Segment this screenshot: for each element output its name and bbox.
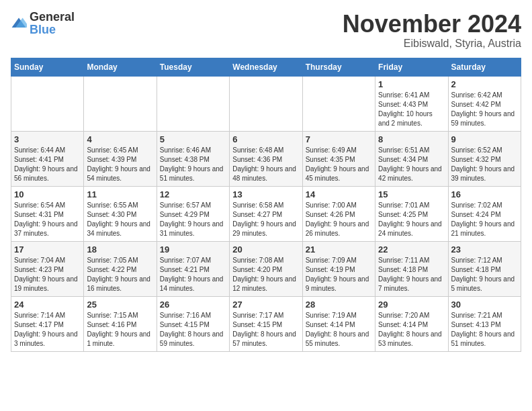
day-info: Sunrise: 6:57 AM Sunset: 4:29 PM Dayligh…	[160, 201, 226, 238]
day-info: Sunrise: 7:12 AM Sunset: 4:18 PM Dayligh…	[451, 256, 518, 293]
day-cell: 13Sunrise: 6:58 AM Sunset: 4:27 PM Dayli…	[230, 186, 302, 241]
day-number: 2	[451, 79, 518, 89]
day-cell: 8Sunrise: 6:51 AM Sunset: 4:34 PM Daylig…	[375, 131, 448, 186]
day-cell: 30Sunrise: 7:21 AM Sunset: 4:13 PM Dayli…	[448, 296, 521, 351]
location-title: Eibiswald, Styria, Austria	[343, 38, 521, 50]
day-cell: 25Sunrise: 7:15 AM Sunset: 4:16 PM Dayli…	[84, 296, 157, 351]
day-info: Sunrise: 7:15 AM Sunset: 4:16 PM Dayligh…	[87, 311, 153, 349]
day-cell: 23Sunrise: 7:12 AM Sunset: 4:18 PM Dayli…	[448, 241, 521, 296]
logo: General Blue	[11, 11, 75, 36]
day-number: 13	[232, 189, 299, 199]
day-info: Sunrise: 7:05 AM Sunset: 4:22 PM Dayligh…	[87, 256, 153, 293]
day-cell: 19Sunrise: 7:07 AM Sunset: 4:21 PM Dayli…	[157, 241, 229, 296]
day-cell: 22Sunrise: 7:11 AM Sunset: 4:18 PM Dayli…	[375, 241, 448, 296]
day-info: Sunrise: 6:41 AM Sunset: 4:43 PM Dayligh…	[378, 91, 445, 128]
logo-icon	[11, 17, 27, 30]
week-row-3: 17Sunrise: 7:04 AM Sunset: 4:23 PM Dayli…	[11, 241, 521, 296]
logo-blue: Blue	[30, 23, 56, 36]
day-number: 6	[232, 134, 299, 144]
day-number: 28	[306, 300, 372, 310]
title-area: November 2024 Eibiswald, Styria, Austria	[343, 11, 521, 50]
day-info: Sunrise: 6:42 AM Sunset: 4:42 PM Dayligh…	[451, 91, 518, 128]
day-number: 16	[451, 189, 518, 199]
day-info: Sunrise: 6:54 AM Sunset: 4:31 PM Dayligh…	[14, 201, 81, 238]
day-number: 15	[378, 189, 445, 199]
day-number: 29	[378, 300, 445, 310]
day-number: 10	[14, 189, 81, 199]
day-cell: 1Sunrise: 6:41 AM Sunset: 4:43 PM Daylig…	[375, 76, 448, 131]
day-info: Sunrise: 7:04 AM Sunset: 4:23 PM Dayligh…	[14, 256, 81, 293]
day-info: Sunrise: 7:00 AM Sunset: 4:26 PM Dayligh…	[306, 201, 372, 238]
day-info: Sunrise: 6:49 AM Sunset: 4:35 PM Dayligh…	[306, 146, 372, 183]
day-info: Sunrise: 7:17 AM Sunset: 4:15 PM Dayligh…	[232, 311, 299, 349]
day-cell	[11, 76, 84, 131]
week-row-4: 24Sunrise: 7:14 AM Sunset: 4:17 PM Dayli…	[11, 296, 521, 351]
calendar-body: 1Sunrise: 6:41 AM Sunset: 4:43 PM Daylig…	[11, 76, 521, 351]
month-title: November 2024	[343, 11, 521, 38]
day-number: 4	[87, 134, 153, 144]
header: General Blue November 2024 Eibiswald, St…	[11, 11, 521, 50]
day-info: Sunrise: 7:11 AM Sunset: 4:18 PM Dayligh…	[378, 256, 445, 293]
day-cell: 17Sunrise: 7:04 AM Sunset: 4:23 PM Dayli…	[11, 241, 84, 296]
logo-general: General	[30, 10, 75, 24]
header-row: SundayMondayTuesdayWednesdayThursdayFrid…	[11, 58, 521, 76]
header-cell-monday: Monday	[84, 58, 157, 76]
day-cell: 3Sunrise: 6:44 AM Sunset: 4:41 PM Daylig…	[11, 131, 84, 186]
day-info: Sunrise: 7:08 AM Sunset: 4:20 PM Dayligh…	[232, 256, 299, 293]
day-number: 21	[306, 244, 372, 255]
week-row-2: 10Sunrise: 6:54 AM Sunset: 4:31 PM Dayli…	[11, 186, 521, 241]
calendar-header: SundayMondayTuesdayWednesdayThursdayFrid…	[11, 58, 521, 76]
day-number: 5	[160, 134, 226, 144]
day-number: 25	[87, 300, 153, 310]
day-info: Sunrise: 7:02 AM Sunset: 4:24 PM Dayligh…	[451, 201, 518, 238]
day-number: 22	[378, 244, 445, 255]
day-info: Sunrise: 7:20 AM Sunset: 4:14 PM Dayligh…	[378, 311, 445, 349]
header-cell-friday: Friday	[375, 58, 448, 76]
day-cell: 9Sunrise: 6:52 AM Sunset: 4:32 PM Daylig…	[448, 131, 521, 186]
day-cell: 21Sunrise: 7:09 AM Sunset: 4:19 PM Dayli…	[302, 241, 375, 296]
day-cell: 2Sunrise: 6:42 AM Sunset: 4:42 PM Daylig…	[448, 76, 521, 131]
day-cell: 27Sunrise: 7:17 AM Sunset: 4:15 PM Dayli…	[230, 296, 302, 351]
day-number: 3	[14, 134, 81, 144]
day-info: Sunrise: 7:01 AM Sunset: 4:25 PM Dayligh…	[378, 201, 445, 238]
day-info: Sunrise: 6:46 AM Sunset: 4:38 PM Dayligh…	[160, 146, 226, 183]
day-number: 12	[160, 189, 226, 199]
week-row-0: 1Sunrise: 6:41 AM Sunset: 4:43 PM Daylig…	[11, 76, 521, 131]
day-cell	[84, 76, 157, 131]
day-number: 8	[378, 134, 445, 144]
calendar-table: SundayMondayTuesdayWednesdayThursdayFrid…	[11, 58, 521, 352]
day-number: 17	[14, 244, 81, 255]
day-info: Sunrise: 7:21 AM Sunset: 4:13 PM Dayligh…	[451, 311, 518, 349]
day-cell: 10Sunrise: 6:54 AM Sunset: 4:31 PM Dayli…	[11, 186, 84, 241]
day-number: 9	[451, 134, 518, 144]
day-cell: 14Sunrise: 7:00 AM Sunset: 4:26 PM Dayli…	[302, 186, 375, 241]
header-cell-sunday: Sunday	[11, 58, 84, 76]
header-cell-wednesday: Wednesday	[230, 58, 302, 76]
day-cell	[157, 76, 229, 131]
day-cell: 16Sunrise: 7:02 AM Sunset: 4:24 PM Dayli…	[448, 186, 521, 241]
day-number: 24	[14, 300, 81, 310]
day-info: Sunrise: 6:58 AM Sunset: 4:27 PM Dayligh…	[232, 201, 299, 238]
day-number: 19	[160, 244, 226, 255]
day-number: 23	[451, 244, 518, 255]
day-cell: 29Sunrise: 7:20 AM Sunset: 4:14 PM Dayli…	[375, 296, 448, 351]
day-cell: 20Sunrise: 7:08 AM Sunset: 4:20 PM Dayli…	[230, 241, 302, 296]
day-info: Sunrise: 6:52 AM Sunset: 4:32 PM Dayligh…	[451, 146, 518, 183]
day-cell	[230, 76, 302, 131]
day-info: Sunrise: 7:19 AM Sunset: 4:14 PM Dayligh…	[306, 311, 372, 349]
day-cell: 5Sunrise: 6:46 AM Sunset: 4:38 PM Daylig…	[157, 131, 229, 186]
day-info: Sunrise: 7:14 AM Sunset: 4:17 PM Dayligh…	[14, 311, 81, 349]
day-cell: 26Sunrise: 7:16 AM Sunset: 4:15 PM Dayli…	[157, 296, 229, 351]
day-cell: 4Sunrise: 6:45 AM Sunset: 4:39 PM Daylig…	[84, 131, 157, 186]
day-number: 11	[87, 189, 153, 199]
day-info: Sunrise: 6:44 AM Sunset: 4:41 PM Dayligh…	[14, 146, 81, 183]
day-cell: 15Sunrise: 7:01 AM Sunset: 4:25 PM Dayli…	[375, 186, 448, 241]
day-number: 26	[160, 300, 226, 310]
day-cell: 11Sunrise: 6:55 AM Sunset: 4:30 PM Dayli…	[84, 186, 157, 241]
day-number: 1	[378, 79, 445, 89]
day-info: Sunrise: 6:45 AM Sunset: 4:39 PM Dayligh…	[87, 146, 153, 183]
day-number: 20	[232, 244, 299, 255]
day-cell: 24Sunrise: 7:14 AM Sunset: 4:17 PM Dayli…	[11, 296, 84, 351]
day-number: 7	[306, 134, 372, 144]
day-cell	[302, 76, 375, 131]
